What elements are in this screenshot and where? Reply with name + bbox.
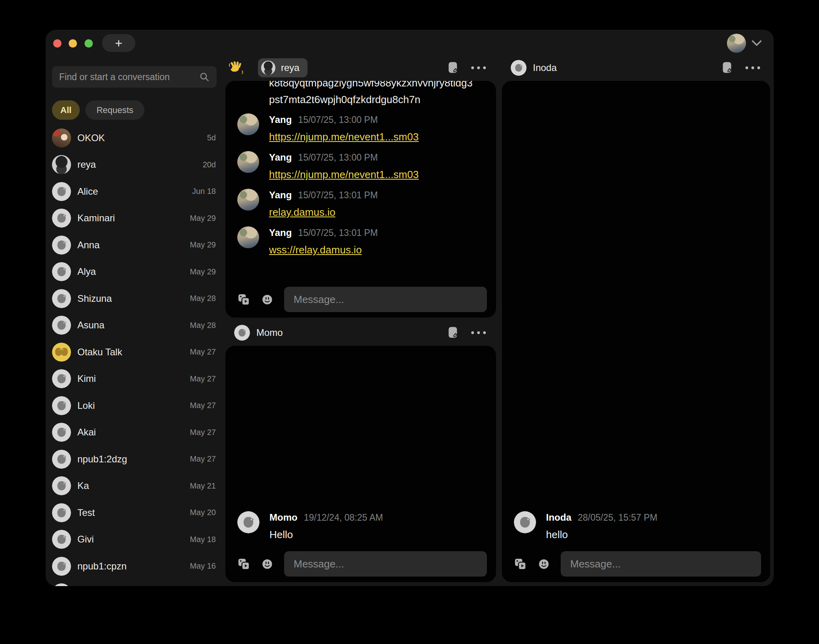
conversation-list-item[interactable]: Akai May 27: [52, 419, 217, 446]
conversation-list-item[interactable]: reya 20d: [52, 151, 217, 178]
conversation-list-item[interactable]: npub1:2dzg May 27: [52, 446, 217, 473]
conversation-list-item[interactable]: Kaminari May 29: [52, 205, 217, 232]
chat-avatar: [234, 325, 250, 341]
message-avatar[interactable]: [237, 189, 259, 211]
message-avatar[interactable]: [514, 511, 536, 533]
chat-message: Momo 19/12/24, 08:25 AM Hello: [237, 511, 383, 541]
search-input[interactable]: [59, 72, 199, 82]
emoji-picker-icon[interactable]: [261, 294, 273, 305]
conversation-list-item[interactable]: Alya May 29: [52, 259, 217, 286]
message-input[interactable]: [561, 551, 761, 577]
message-sender: Yang: [269, 152, 292, 163]
message-scroll-area[interactable]: k8t8qyqtmpagzlygh5wf988ykzxnvvnjry8tldg3…: [237, 81, 488, 264]
message-timestamp: 28/05/25, 15:57 PM: [578, 512, 658, 523]
conversation-list-item[interactable]: Loki May 27: [52, 392, 217, 419]
chat-title: Momo: [256, 327, 283, 338]
conversation-avatar: [52, 530, 71, 549]
user-avatar[interactable]: [727, 34, 746, 53]
message-input[interactable]: [284, 287, 487, 312]
conversation-list-item[interactable]: Alice Jun 18: [52, 178, 217, 205]
conversation-date: May 28: [190, 321, 217, 330]
chat-title-pill[interactable]: reya: [258, 58, 308, 77]
chat-panel-reya: k8t8qyqtmpagzlygh5wf988ykzxnvvnjry8tldg3…: [225, 81, 496, 318]
search-icon: [199, 72, 210, 82]
more-options-icon[interactable]: [745, 66, 761, 70]
chat-message: Yang 15/07/25, 13:00 PM https://njump.me…: [237, 151, 488, 181]
emoji-picker-icon[interactable]: [261, 558, 273, 570]
conversation-avatar: [52, 503, 71, 522]
filter-requests-button[interactable]: Requests: [85, 100, 144, 120]
note-compose-icon[interactable]: [447, 61, 459, 75]
conversation-date: May 27: [190, 454, 217, 464]
conversation-avatar: [52, 476, 71, 495]
conversation-name: Givi: [77, 534, 94, 545]
conversation-list-item[interactable]: [52, 580, 217, 586]
conversation-list-item[interactable]: Shizuna May 28: [52, 285, 217, 312]
more-options-icon[interactable]: [471, 66, 486, 70]
conversation-name: OKOK: [77, 132, 105, 144]
filter-tabs: All Requests: [52, 100, 144, 120]
conversation-list-item[interactable]: Otaku Talk May 27: [52, 339, 217, 366]
chat-message: Yang 15/07/25, 13:01 PM relay.damus.io: [237, 189, 488, 218]
conversation-list-item[interactable]: OKOK 5d: [52, 125, 217, 151]
conversation-list-item[interactable]: Anna May 29: [52, 232, 217, 259]
attach-media-icon[interactable]: [237, 558, 250, 571]
conversation-name: Anna: [77, 240, 100, 251]
conversation-list-item[interactable]: Ka May 21: [52, 473, 217, 500]
message-avatar[interactable]: [237, 113, 259, 135]
conversation-name: npub1:2dzg: [77, 454, 127, 465]
message-avatar[interactable]: [237, 226, 259, 248]
conversation-list-item[interactable]: npub1:cpzn May 16: [52, 553, 217, 580]
attach-media-icon[interactable]: [514, 558, 527, 571]
message-link[interactable]: https://njump.me/nevent1...sm03: [269, 131, 419, 143]
chat-title: Inoda: [533, 62, 557, 73]
conversation-list-item[interactable]: Asuna May 28: [52, 312, 217, 339]
conversation-avatar: [52, 583, 71, 586]
conversation-list-item[interactable]: Test May 20: [52, 499, 217, 526]
conversation-avatar: [52, 262, 71, 281]
more-options-icon[interactable]: [471, 331, 486, 335]
chat-panel-inoda: Inoda 28/05/25, 15:57 PM hello: [502, 81, 770, 582]
composer-momo: [237, 551, 487, 577]
conversation-avatar: [52, 423, 71, 442]
conversation-date: 20d: [203, 160, 217, 169]
message-sender: Yang: [269, 190, 292, 201]
waving-hand-icon: [229, 60, 244, 75]
conversation-date: May 28: [190, 294, 217, 303]
search-box[interactable]: [52, 66, 217, 88]
message-link[interactable]: https://njump.me/nevent1...sm03: [269, 169, 419, 181]
message-timestamp: 15/07/25, 13:01 PM: [298, 228, 378, 238]
chat-message: Yang 15/07/25, 13:00 PM https://njump.me…: [237, 113, 488, 143]
note-compose-icon[interactable]: [447, 326, 459, 339]
conversation-avatar: [52, 128, 71, 148]
message-avatar[interactable]: [237, 151, 259, 173]
message-link[interactable]: wss://relay.damus.io: [269, 244, 362, 256]
conversation-avatar: [52, 236, 71, 255]
attach-media-icon[interactable]: [237, 293, 250, 306]
conversation-list-item[interactable]: Kimi May 27: [52, 366, 217, 393]
conversation-name: reya: [77, 159, 96, 170]
conversation-list: OKOK 5d reya 20d Alice Jun 18 Kaminari M…: [52, 125, 217, 586]
sidebar: All Requests OKOK 5d reya 20d Alice Jun …: [52, 30, 217, 586]
conversation-date: May 27: [190, 374, 217, 383]
conversation-date: May 27: [190, 347, 217, 356]
message-input[interactable]: [284, 551, 487, 577]
message-sender: Inoda: [546, 512, 571, 523]
scrollback-message: k8t8qyqtmpagzlygh5wf988ykzxnvvnjry8tldg3…: [269, 81, 488, 108]
filter-all-button[interactable]: All: [52, 100, 80, 120]
conversation-avatar: [52, 369, 71, 388]
note-compose-icon[interactable]: [721, 61, 734, 75]
emoji-picker-icon[interactable]: [538, 558, 550, 570]
chat-title: reya: [281, 62, 300, 73]
message-timestamp: 15/07/25, 13:00 PM: [298, 115, 378, 125]
conversation-list-item[interactable]: Givi May 18: [52, 526, 217, 553]
account-menu[interactable]: [727, 34, 762, 53]
chat-avatar: [261, 61, 275, 75]
conversation-name: Alya: [77, 266, 96, 277]
conversation-avatar: [52, 343, 71, 362]
message-avatar[interactable]: [237, 511, 260, 533]
message-link[interactable]: relay.damus.io: [269, 206, 335, 218]
chat-message: Inoda 28/05/25, 15:57 PM hello: [514, 511, 658, 541]
conversation-date: 5d: [207, 133, 217, 142]
conversation-name: Akai: [77, 427, 96, 438]
